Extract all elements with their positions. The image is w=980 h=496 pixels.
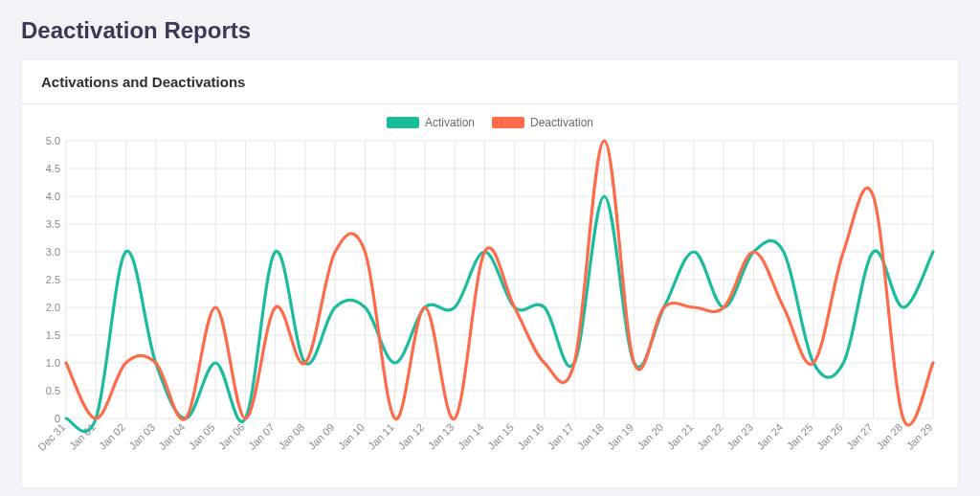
x-tick-label: Jan 04 (157, 421, 188, 452)
page-title: Deactivation Reports (21, 17, 959, 44)
legend-item-activation[interactable]: Activation (387, 116, 475, 129)
x-tick-label: Jan 20 (635, 421, 665, 452)
x-tick-label: Jan 15 (485, 421, 516, 452)
x-tick-label: Jan 05 (187, 421, 217, 452)
x-tick-label: Jan 17 (546, 421, 576, 452)
svg-text:4.0: 4.0 (46, 191, 60, 202)
legend-item-deactivation[interactable]: Deactivation (492, 116, 593, 129)
x-tick-label: Jan 25 (785, 421, 815, 452)
x-tick-label: Jan 14 (456, 421, 486, 452)
x-tick-label: Jan 22 (695, 421, 725, 452)
svg-text:2.0: 2.0 (46, 302, 60, 313)
chart-card: Activations and Deactivations Activation… (21, 59, 959, 488)
legend-label-activation: Activation (425, 116, 475, 129)
svg-text:3.5: 3.5 (46, 218, 60, 230)
svg-text:0.5: 0.5 (46, 385, 60, 396)
chart-legend: Activation Deactivation (35, 116, 945, 129)
x-tick-label: Jan 23 (724, 421, 755, 452)
x-tick-label: Jan 10 (336, 421, 367, 452)
svg-text:5.0: 5.0 (46, 135, 60, 147)
x-tick-label: Jan 11 (366, 421, 396, 452)
legend-swatch-activation (387, 117, 419, 128)
x-tick-label: Jan 24 (754, 421, 785, 452)
svg-text:1.5: 1.5 (46, 329, 60, 341)
x-tick-label: Jan 28 (874, 421, 904, 452)
svg-text:4.5: 4.5 (46, 163, 60, 174)
y-axis: 00.51.01.52.02.53.03.54.04.55.0 (46, 135, 60, 424)
x-tick-label: Dec 31 (35, 421, 67, 453)
x-tick-label: Jan 08 (277, 421, 307, 452)
x-tick-label: Jan 03 (126, 421, 157, 452)
svg-text:2.5: 2.5 (46, 274, 60, 285)
x-tick-label: Jan 13 (426, 421, 457, 452)
x-axis: Dec 31Jan 01Jan 02Jan 03Jan 04Jan 05Jan … (35, 421, 934, 453)
x-tick-label: Jan 18 (575, 421, 606, 452)
svg-text:3.0: 3.0 (46, 246, 60, 258)
x-tick-label: Jan 07 (246, 421, 277, 452)
line-chart: 00.51.01.52.02.53.03.54.04.55.0Dec 31Jan… (35, 135, 943, 480)
series-line-deactivation (66, 141, 933, 425)
legend-swatch-deactivation (492, 117, 524, 128)
x-tick-label: Jan 06 (216, 421, 247, 452)
x-tick-label: Jan 21 (665, 421, 696, 452)
series-line-activation (66, 196, 933, 432)
chart-container: Activation Deactivation 00.51.01.52.02.5… (22, 104, 958, 487)
x-tick-label: Jan 19 (605, 421, 635, 452)
svg-text:1.0: 1.0 (46, 357, 60, 369)
card-title: Activations and Deactivations (22, 60, 958, 104)
x-tick-label: Jan 09 (306, 421, 337, 452)
legend-label-deactivation: Deactivation (530, 116, 593, 129)
x-tick-label: Jan 02 (97, 421, 127, 452)
x-tick-label: Jan 16 (515, 421, 546, 452)
x-tick-label: Jan 12 (395, 421, 426, 452)
x-tick-label: Jan 26 (814, 421, 845, 452)
x-tick-label: Jan 27 (844, 421, 875, 452)
